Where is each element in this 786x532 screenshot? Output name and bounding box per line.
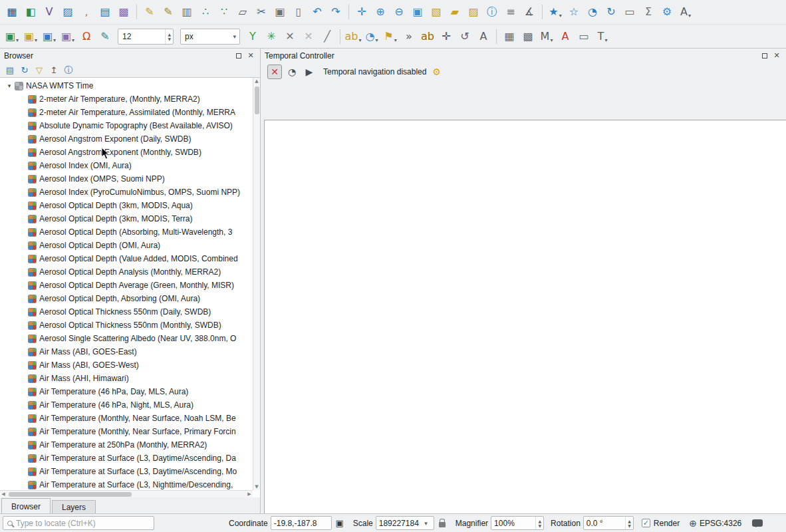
add-vector-layer-icon[interactable]: V [41, 3, 58, 21]
scale-combobox[interactable]: 189227184 ▾ [376, 516, 434, 530]
digitize-shape-icon[interactable]: ∵ [215, 3, 233, 21]
magnifier-spinbox[interactable]: 100% ▲▼ [491, 516, 544, 530]
spinner-arrows-icon[interactable]: ▲▼ [625, 517, 633, 529]
layer-tree-item[interactable]: 2-meter Air Temperature, (Monthly, MERRA… [0, 92, 253, 106]
new-geopackage-layer-icon[interactable]: ▣▾ [3, 28, 21, 45]
font-size-spinbox[interactable]: 12 ▲▼ [118, 29, 174, 45]
scroll-up-icon[interactable]: ▲ [253, 78, 260, 84]
processing-toolbox-icon[interactable]: ⚙ [658, 3, 676, 21]
identify-features-icon[interactable]: ⓘ [483, 3, 501, 21]
move-label-icon[interactable]: ✛ [438, 28, 455, 45]
layer-tree-item[interactable]: Aerosol Optical Depth (Value Added, MODI… [0, 252, 253, 265]
cut-features-icon[interactable]: ✂ [253, 3, 270, 21]
layer-tree-item[interactable]: Aerosol Index (OMI, Aura) [0, 159, 253, 172]
close-panel-button[interactable]: ✕ [245, 51, 256, 61]
horizontal-scrollbar-thumb[interactable] [9, 492, 132, 497]
finish-edits-icon[interactable]: ✕ [300, 28, 317, 45]
measure-line-icon[interactable]: ∡ [521, 3, 538, 21]
chevron-down-icon[interactable]: ▾ [229, 33, 239, 40]
new-bookmark-icon[interactable]: ☆ [565, 3, 583, 21]
current-edits-icon[interactable]: ✎ [141, 3, 158, 21]
layer-diagram-icon[interactable]: ◔▾ [363, 28, 380, 45]
add-raster-layer-icon[interactable]: ▨ [59, 3, 76, 21]
open-attribute-table-icon[interactable]: ≡ [502, 3, 519, 21]
tab-browser[interactable]: Browser [1, 498, 51, 513]
layer-tree-item[interactable]: Aerosol Angstrom Exponent (Daily, SWDB) [0, 132, 253, 146]
crs-status-button[interactable]: ⊕ EPSG:4326 [689, 518, 741, 529]
new-shapefile-layer-icon[interactable]: ▣▾ [22, 28, 39, 45]
dropdown-arrow-icon[interactable]: ▾ [35, 37, 37, 45]
dropdown-arrow-icon[interactable]: ▾ [72, 37, 74, 45]
snapping-options-icon[interactable]: Ω [78, 28, 95, 45]
layer-tree-item[interactable]: Aerosol Optical Depth, Absorbing (OMI, A… [0, 292, 253, 305]
map-tips-icon[interactable]: M▾ [538, 28, 555, 45]
locate-input[interactable] [16, 519, 151, 528]
dropdown-arrow-icon[interactable]: ▾ [375, 37, 378, 45]
dropdown-arrow-icon[interactable]: ▾ [604, 37, 607, 45]
redo-icon[interactable]: ↷ [327, 3, 344, 21]
paste-features-icon[interactable]: ▯ [290, 3, 307, 21]
render-checkbox[interactable]: Render [642, 519, 680, 528]
save-layer-edits-icon[interactable]: ▥ [178, 3, 196, 21]
collapse-all-icon[interactable]: ↥ [47, 63, 61, 76]
data-source-manager-icon[interactable]: ▦ [3, 3, 21, 21]
html-annotation-icon[interactable]: ▭ [575, 28, 592, 45]
add-selected-layers-icon[interactable]: ▤ [3, 63, 17, 76]
units-combobox[interactable]: px ▾ [180, 29, 240, 45]
spinner-arrows-icon[interactable]: ▲▼ [165, 29, 173, 44]
show-bookmarks-icon[interactable]: ★▾ [547, 3, 564, 21]
zoom-full-icon[interactable]: ▣ [409, 3, 426, 21]
spinner-arrows-icon[interactable]: ▲▼ [535, 517, 543, 529]
zoom-out-icon[interactable]: ⊖ [390, 3, 408, 21]
dropdown-arrow-icon[interactable]: ▾ [358, 37, 361, 45]
annotations-icon[interactable]: A▾ [677, 3, 694, 21]
layer-tree-item[interactable]: Air Temperature at 250hPa (Monthly, MERR… [0, 438, 253, 452]
coordinate-box[interactable] [271, 516, 332, 530]
scroll-down-icon[interactable]: ▼ [253, 483, 260, 490]
layer-tree-item[interactable]: Aerosol Optical Depth Analysis (Monthly,… [0, 265, 253, 279]
undo-icon[interactable]: ↶ [309, 3, 326, 21]
new-annotation-icon[interactable]: A [557, 28, 574, 45]
toggle-extents-display-button[interactable]: ▣ [333, 517, 346, 530]
expander-icon[interactable]: ▾ [4, 82, 15, 89]
filter-browser-icon[interactable]: ▽ [33, 63, 46, 76]
dropdown-arrow-icon[interactable]: ▾ [394, 37, 397, 45]
vertical-scrollbar-thumb[interactable] [255, 86, 259, 114]
lock-scale-button[interactable] [436, 517, 449, 530]
add-postgis-layer-icon[interactable]: ▤ [96, 3, 114, 21]
layer-tree-item[interactable]: Air Mass (AHI, Himawari) [0, 372, 253, 385]
toggle-editing-icon[interactable]: ✎ [160, 3, 177, 21]
select-polygon-icon[interactable]: ▰ [446, 3, 463, 21]
chevron-down-icon[interactable]: ▾ [421, 520, 431, 527]
add-delimited-text-layer-icon[interactable]: , [78, 3, 95, 21]
manage-layers-icon[interactable]: ◧ [22, 3, 39, 21]
split-line-icon[interactable]: ╱ [319, 28, 336, 45]
layer-tree-item[interactable]: Air Mass (ABI, GOES-East) [0, 345, 253, 358]
mesh-calculator-icon[interactable]: ▩ [519, 28, 537, 45]
dropdown-arrow-icon[interactable]: ▾ [550, 37, 553, 45]
temporal-settings-button[interactable]: ⚙ [428, 65, 445, 79]
layer-tree-item[interactable]: Air Temperature at Surface (L3, Daytime/… [0, 452, 253, 465]
layer-tree-item[interactable]: Aerosol Single Scattering Albedo (Near U… [0, 332, 253, 345]
layer-tree-item[interactable]: Aerosol Optical Depth (3km, MODIS, Aqua) [0, 199, 253, 212]
tree-root-nasa-wmts-time[interactable]: ▾ NASA WMTS Time [0, 79, 253, 92]
zoom-in-icon[interactable]: ⊕ [372, 3, 389, 21]
new-temporary-scratch-layer-icon[interactable]: ▣▾ [41, 28, 58, 45]
layer-tree-item[interactable]: Air Temperature (Monthly, Near Surface, … [0, 425, 253, 438]
layer-tree-item[interactable]: 2-meter Air Temperature, Assimilated (Mo… [0, 106, 253, 119]
show-statistics-icon[interactable]: Σ [640, 3, 657, 21]
copy-features-icon[interactable]: ▣ [271, 3, 289, 21]
dropdown-arrow-icon[interactable]: ▾ [16, 37, 19, 45]
refresh-browser-icon[interactable]: ↻ [18, 63, 31, 76]
digitize-point-icon[interactable]: ∴ [197, 3, 214, 21]
layer-tree-item[interactable]: Absolute Dynamic Topography (Best Availa… [0, 119, 253, 132]
layer-tree-item[interactable]: Aerosol Index (PyroCumuloNimbus, OMPS, S… [0, 186, 253, 199]
float-panel-button[interactable] [233, 51, 244, 61]
animated-navigation-icon[interactable]: ▶ [302, 65, 317, 79]
layer-tree-item[interactable]: Aerosol Optical Thickness 550nm (Daily, … [0, 305, 253, 319]
temporal-navigation-off-icon[interactable]: ✕ [267, 65, 282, 79]
tab-layers[interactable]: Layers [52, 500, 96, 513]
layer-tree-item[interactable]: Air Temperature (Monthly, Near Surface, … [0, 412, 253, 425]
layer-tree-item[interactable]: Air Temperature (46 hPa, Day, MLS, Aura) [0, 385, 253, 398]
highlight-pinned-labels-icon[interactable]: ab [419, 28, 436, 45]
